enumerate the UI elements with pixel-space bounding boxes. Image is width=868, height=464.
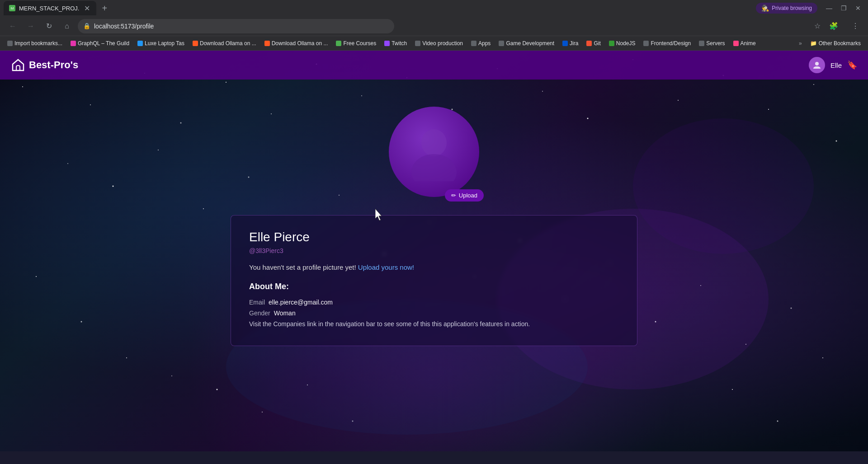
tab-bar: M MERN_STACK_PROJ. ✕ + 🕵 Private browsin… (0, 0, 868, 16)
address-text[interactable]: localhost:5173/profile (94, 23, 389, 30)
profile-username: @3ll3Pierc3 (249, 247, 619, 254)
bookmark-favicon (264, 41, 270, 46)
tab-favicon: M (9, 5, 15, 11)
bookmark-label: Twitch (392, 40, 407, 47)
profile-avatar (389, 107, 479, 197)
upload-button[interactable]: ✏ Upload (445, 189, 484, 202)
bookmark-favicon (699, 41, 704, 46)
bookmark-label: Game Development (506, 40, 554, 47)
bookmark-jira[interactable]: Jira (559, 38, 582, 48)
bookmark-favicon (499, 41, 504, 46)
new-tab-button[interactable]: + (98, 2, 111, 14)
bookmark-anime[interactable]: Anime (730, 38, 760, 48)
bookmarks-more-button[interactable]: » (795, 38, 806, 48)
svg-point-52 (815, 62, 819, 66)
bookmark-favicon (586, 41, 592, 46)
tab-title: MERN_STACK_PROJ. (19, 5, 79, 12)
upload-button-label: Upload (459, 192, 477, 199)
gender-row: Gender Woman (249, 309, 619, 317)
app-logo[interactable]: Best-Pro's (11, 58, 78, 72)
menu-button[interactable]: ⋮ (848, 19, 863, 33)
bookmark-apps[interactable]: Apps (467, 38, 494, 48)
app-navbar: Best-Pro's Elle 🔖 (0, 51, 868, 80)
bookmark-label: Servers (706, 40, 725, 47)
bookmark-favicon (137, 41, 143, 46)
bookmark-free-courses[interactable]: Free Courses (332, 38, 380, 48)
profile-name: Elle Pierce (249, 230, 619, 244)
bookmark-ollama2[interactable]: Download Ollama on ... (261, 38, 332, 48)
gender-value: Woman (274, 309, 296, 317)
refresh-button[interactable]: ↻ (42, 19, 56, 33)
picture-msg-text: You haven't set a profile picture yet! (249, 263, 356, 271)
bookmark-label: Git (594, 40, 600, 47)
bookmark-favicon (733, 41, 739, 46)
star-button[interactable]: ☆ (810, 19, 825, 33)
lock-icon: 🔒 (83, 23, 90, 29)
bookmark-servers[interactable]: Servers (695, 38, 728, 48)
upload-picture-link[interactable]: Upload yours now! (358, 263, 414, 271)
logo-icon (11, 58, 25, 72)
about-title: About Me: (249, 282, 619, 291)
address-input-wrap[interactable]: 🔒 localhost:5173/profile (78, 19, 394, 33)
bookmark-label: Frontend/Design (651, 40, 691, 47)
bookmark-label: Free Courses (343, 40, 376, 47)
bookmark-label: Jira (570, 40, 578, 47)
bookmark-frontend[interactable]: Frontend/Design (640, 38, 694, 48)
bookmark-label: NodeJS (616, 40, 636, 47)
email-value: elle.pierce@gmail.com (269, 299, 333, 306)
close-button[interactable]: ✕ (852, 2, 864, 14)
address-bar: ← → ↻ ⌂ 🔒 localhost:5173/profile ☆ 🧩 ⋮ (0, 16, 868, 36)
private-browsing-badge: 🕵 Private browsing (756, 3, 817, 14)
bookmark-git[interactable]: Git (583, 38, 604, 48)
upload-pencil-icon: ✏ (451, 192, 456, 199)
bookmark-label: Import bookmarks... (14, 40, 62, 47)
private-browsing-label: Private browsing (772, 5, 812, 11)
bookmark-video[interactable]: Video production (411, 38, 467, 48)
app-container: Best-Pro's Elle 🔖 (0, 51, 868, 451)
forward-button[interactable]: → (24, 19, 38, 33)
bookmark-favicon (384, 41, 390, 46)
bookmark-favicon (71, 41, 76, 46)
bookmark-favicon (471, 41, 476, 46)
bookmark-favicon (336, 41, 341, 46)
nav-right: Elle 🔖 (809, 57, 857, 73)
bookmark-label: Apps (478, 40, 491, 47)
username-nav: Elle (830, 61, 842, 69)
bookmark-import[interactable]: Import bookmarks... (4, 38, 66, 48)
bookmark-graphql[interactable]: GraphQL – The Guild (67, 38, 133, 48)
bookmark-favicon (562, 41, 568, 46)
tab-close-button[interactable]: ✕ (83, 4, 91, 12)
extensions-button[interactable]: 🧩 (826, 19, 841, 33)
bookmark-favicon (415, 41, 420, 46)
bookmark-label: Video production (422, 40, 463, 47)
profile-area: ✏ Upload Elle Pierce @3ll3Pierc3 You hav… (0, 80, 868, 364)
back-button[interactable]: ← (5, 19, 20, 33)
bookmark-label: Download Ollama on ... (272, 40, 328, 47)
maximize-button[interactable]: ❐ (837, 2, 850, 14)
bookmark-favicon (193, 41, 198, 46)
svg-point-40 (171, 375, 172, 376)
bookmark-favicon (7, 41, 13, 46)
bookmark-label: Luxe Laptop Tas (145, 40, 184, 47)
bookmark-twitch[interactable]: Twitch (381, 38, 410, 48)
bookmark-favicon (609, 41, 614, 46)
app-logo-text: Best-Pro's (29, 59, 78, 71)
bookmarks-bar: Import bookmarks... GraphQL – The Guild … (0, 36, 868, 51)
svg-point-54 (411, 154, 457, 181)
about-note: Visit the Companies link in the navigati… (249, 320, 619, 328)
bookmark-nodejs[interactable]: NodeJS (605, 38, 639, 48)
bookmark-nav-icon[interactable]: 🔖 (847, 60, 857, 70)
minimize-button[interactable]: — (823, 2, 835, 14)
active-tab[interactable]: M MERN_STACK_PROJ. ✕ (4, 1, 96, 15)
gender-label: Gender (249, 309, 270, 317)
bookmark-luxe[interactable]: Luxe Laptop Tas (134, 38, 188, 48)
svg-point-45 (732, 389, 733, 390)
window-controls: 🕵 Private browsing — ❐ ✕ (756, 2, 864, 14)
home-button[interactable]: ⌂ (60, 19, 74, 33)
bookmark-gamedev[interactable]: Game Development (495, 38, 558, 48)
profile-card: Elle Pierce @3ll3Pierc3 You haven't set … (231, 215, 637, 346)
avatar-silhouette (405, 122, 463, 181)
bookmark-ollama1[interactable]: Download Ollama on ... (189, 38, 260, 48)
other-bookmarks-folder[interactable]: 📁 Other Bookmarks (807, 38, 864, 48)
private-browsing-icon: 🕵 (761, 5, 769, 12)
